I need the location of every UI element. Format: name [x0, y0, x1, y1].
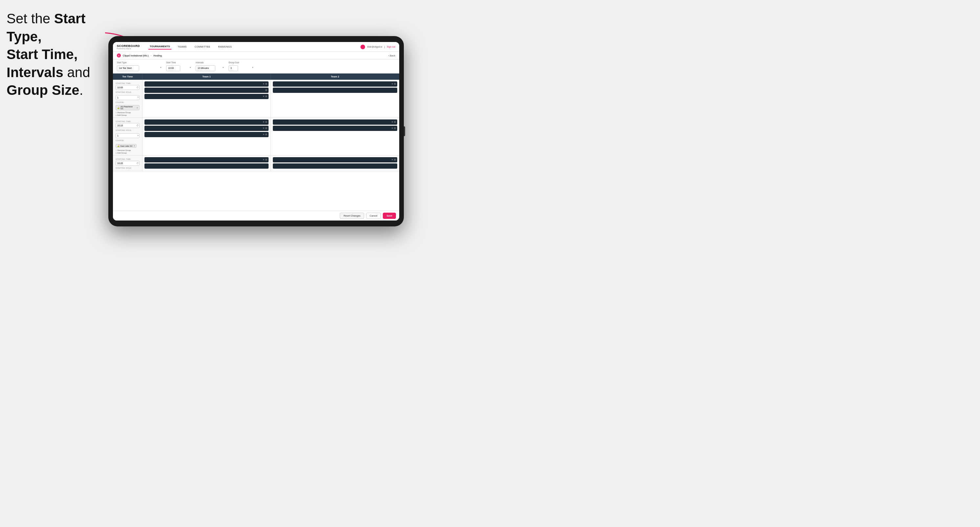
empty-slot-1-2-2 [273, 87, 397, 93]
add-group-1[interactable]: + Add Group [116, 114, 140, 116]
x-icon[interactable]: ✕ [262, 127, 265, 130]
player-slot-3-2-1[interactable]: ✕ ⊞ [273, 157, 397, 162]
settings-row: Start Type 1st Tee Start Shotgun Start S… [113, 59, 399, 73]
player-slot-2-1-3[interactable]: ✕ ⊞ [145, 132, 269, 137]
sign-out-link[interactable]: Sign out [387, 46, 395, 48]
add-group-2[interactable]: + Add Group [116, 152, 140, 154]
slot-icons: ✕ ⊞ [262, 83, 267, 85]
reset-button[interactable]: Reset Changes [340, 213, 364, 219]
tablet-side-button [404, 126, 405, 136]
x-icon[interactable]: ✕ [262, 133, 265, 136]
expand-icon[interactable]: ⊞ [265, 95, 267, 98]
back-link[interactable]: ‹ Back [388, 54, 395, 57]
group-2-left: STARTING TIME: ⏱ STARTING HOLE: 123 COUR… [113, 118, 143, 155]
player-slot-1-1-2[interactable]: ⊞ [145, 87, 269, 93]
expand-icon[interactable]: ⊞ [394, 83, 396, 85]
breadcrumb-icon: C [117, 54, 121, 57]
expand-icon[interactable]: ⊞ [394, 127, 396, 130]
player-slot-2-1-2[interactable]: ✕ ⊞ [145, 126, 269, 131]
clock-icon-1: ⏱ [136, 86, 138, 89]
group-1-team2: ✕ ⊞ [271, 80, 399, 118]
instruction-text: Set the Start Type, Start Time, Interval… [6, 10, 111, 99]
group-size-label: Group Size [229, 61, 255, 63]
player-slot-3-1-1[interactable]: ✕ ⊞ [145, 157, 269, 162]
x-icon[interactable]: ✕ [391, 83, 393, 85]
x-icon[interactable]: ✕ [391, 127, 393, 130]
start-type-select-wrapper: 1st Tee Start Shotgun Start [117, 64, 163, 71]
instruction-line3: Intervals [6, 65, 64, 80]
nav-teams[interactable]: TEAMS [177, 44, 188, 49]
clock-icon-2: ⏱ [136, 124, 138, 127]
starting-time-label-1: STARTING TIME: [116, 83, 140, 84]
expand-icon[interactable]: ⊞ [394, 159, 396, 161]
x-icon[interactable]: ✕ [262, 121, 265, 123]
tablet-frame: SCOREBOARD Powered by clipp.d TOURNAMENT… [108, 36, 404, 226]
user-avatar [361, 44, 365, 49]
group-1-left: STARTING TIME: ⏱ STARTING HOLE: 123 COUR… [113, 80, 143, 118]
slot-icons: ✕ ⊞ [262, 121, 267, 123]
player-slot-1-1-1[interactable]: ✕ ⊞ [145, 81, 269, 87]
player-slot-1-1-3[interactable]: ✕ ⊞ [145, 94, 269, 99]
group-size-select-wrapper: 3 2 4 [229, 64, 255, 71]
instruction-line4: Group Size [6, 83, 80, 98]
nav-committee[interactable]: COMMITTEE [193, 44, 212, 49]
expand-icon[interactable]: ⊞ [265, 121, 267, 123]
start-type-select[interactable]: 1st Tee Start Shotgun Start [117, 65, 139, 71]
cancel-button[interactable]: Cancel [366, 213, 381, 219]
slot-icons: ✕ ⊞ [391, 127, 396, 130]
group-size-select[interactable]: 3 2 4 [229, 65, 238, 71]
expand-icon[interactable]: ⊞ [394, 121, 396, 123]
remove-group-1[interactable]: ○ Remove Group [116, 111, 140, 114]
course-tag-remove-1[interactable]: × [137, 106, 138, 109]
starting-time-input-3-wrapper: ⏱ [116, 161, 140, 166]
player-slot-2-1-1[interactable]: ✕ ⊞ [145, 119, 269, 125]
instruction-suffix4: . [80, 83, 83, 98]
tournament-name[interactable]: Clippd Invitational (Mo.) [123, 54, 149, 57]
x-icon[interactable]: ✕ [262, 83, 265, 85]
nav-tournaments[interactable]: TOURNAMENTS [148, 44, 171, 49]
x-icon[interactable]: ✕ [262, 95, 265, 98]
nav-right: blair@clippd.io | Sign out [361, 44, 395, 49]
footer-bar: Reset Changes Cancel Save [113, 211, 399, 221]
group-2-team2: ✕ ⊞ ✕ ⊞ [271, 118, 399, 155]
group-3-left: STARTING TIME: ⏱ STARTING HOLE: [113, 156, 143, 171]
slot-icons: ✕ ⊞ [262, 95, 267, 98]
intervals-field: Intervals 10 Minutes 8 Minutes 12 Minute… [196, 61, 225, 71]
expand-icon[interactable]: ⊞ [265, 83, 267, 85]
x-icon[interactable]: ✕ [262, 159, 265, 161]
instruction-suffix3: and [64, 65, 90, 80]
intervals-select-wrapper: 10 Minutes 8 Minutes 12 Minutes [196, 64, 225, 71]
starting-hole-select-2[interactable]: 123 [116, 133, 140, 138]
remove-icon-1: ○ [116, 111, 117, 114]
course-name-2: East Lake GC [121, 145, 133, 147]
player-slot-2-2-1[interactable]: ✕ ⊞ [273, 119, 397, 125]
course-label-1: COURSE: [116, 102, 140, 103]
start-time-select[interactable]: 10:00 10:30 11:00 [166, 65, 180, 71]
starting-time-label-3: STARTING TIME: [116, 158, 140, 160]
player-slot-2-2-2[interactable]: ✕ ⊞ [273, 126, 397, 131]
group-2-row: STARTING TIME: ⏱ STARTING HOLE: 123 COUR… [113, 118, 399, 155]
expand-icon[interactable]: ⊞ [265, 133, 267, 136]
group-3-team2: ✕ ⊞ [271, 156, 399, 171]
expand-icon[interactable]: ⊞ [265, 159, 267, 161]
save-button[interactable]: Save [383, 213, 396, 219]
starting-hole-select-1[interactable]: 123 [116, 95, 140, 100]
breadcrumb-section: Hosting [153, 54, 162, 57]
expand-icon[interactable]: ⊞ [265, 127, 267, 130]
x-icon[interactable]: ✕ [391, 121, 393, 123]
course-name-1: (A) Peachtree GC [121, 106, 135, 110]
instruction-line2: Start Time, [6, 47, 78, 62]
group-2: STARTING TIME: ⏱ STARTING HOLE: 123 COUR… [113, 118, 399, 156]
nav-rankings[interactable]: RANKINGS [217, 44, 234, 49]
course-tag-remove-2[interactable]: × [134, 145, 135, 147]
expand-icon[interactable]: ⊞ [265, 89, 267, 92]
instruction-prefix: Set the [6, 11, 54, 26]
intervals-select[interactable]: 10 Minutes 8 Minutes 12 Minutes [196, 65, 215, 71]
table-header: Tee Time Team 1 Team 2 [113, 73, 399, 80]
course-tag-icon-2: ⛳ [117, 145, 119, 147]
x-icon[interactable]: ✕ [391, 159, 393, 161]
player-slot-1-2-1[interactable]: ✕ ⊞ [273, 81, 397, 87]
group-1-row: STARTING TIME: ⏱ STARTING HOLE: 123 COUR… [113, 80, 399, 118]
remove-group-2[interactable]: ○ Remove Group [116, 149, 140, 151]
group-1-actions: ○ Remove Group + Add Group [116, 111, 140, 116]
